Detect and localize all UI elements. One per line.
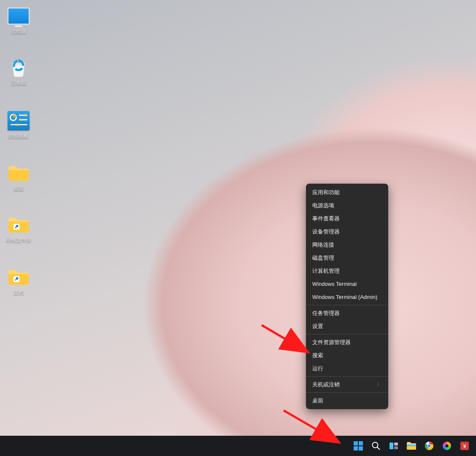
folder-icon bbox=[8, 266, 30, 288]
menu-separator bbox=[306, 376, 388, 377]
start-context-menu: 应用和功能 电源选项 事件查看器 设备管理器 网络连接 磁盘管理 计算机管理 W… bbox=[306, 184, 388, 409]
desktop-icon-label: 桌面 bbox=[1, 186, 36, 192]
desktop-icon-label: 回收站 bbox=[1, 80, 36, 86]
menu-item-label: 运行 bbox=[312, 362, 323, 375]
menu-item-terminal[interactable]: Windows Terminal bbox=[306, 277, 388, 290]
folder-icon bbox=[8, 214, 30, 236]
menu-separator bbox=[306, 334, 388, 334]
monitor-icon bbox=[8, 5, 30, 27]
recycle-bin-icon bbox=[8, 57, 30, 79]
menu-item-label: Windows Terminal bbox=[312, 277, 357, 290]
menu-item-label: 磁盘管理 bbox=[312, 251, 334, 264]
svg-point-22 bbox=[428, 445, 431, 448]
desktop-icon-this-pc[interactable]: 此电脑 bbox=[1, 5, 36, 35]
menu-item-shutdown[interactable]: 关机或注销 〉 bbox=[306, 378, 388, 391]
app-red-button[interactable]: ¥ bbox=[456, 437, 473, 455]
menu-item-apps-features[interactable]: 应用和功能 bbox=[306, 186, 388, 199]
browser-color-button[interactable] bbox=[438, 437, 456, 455]
folder-icon bbox=[8, 162, 30, 184]
task-view-icon bbox=[389, 441, 398, 451]
menu-item-network[interactable]: 网络连接 bbox=[306, 238, 388, 251]
svg-point-5 bbox=[20, 119, 22, 121]
menu-item-task-manager[interactable]: 任务管理器 bbox=[306, 307, 388, 320]
chrome-icon bbox=[425, 441, 434, 451]
menu-item-label: 文件资源管理器 bbox=[312, 336, 351, 349]
svg-rect-17 bbox=[394, 442, 398, 445]
menu-item-label: 任务管理器 bbox=[312, 307, 340, 320]
menu-item-computer-mgmt[interactable]: 计算机管理 bbox=[306, 264, 388, 277]
chevron-right-icon: 〉 bbox=[377, 378, 382, 391]
shortcut-arrow-icon bbox=[14, 224, 19, 230]
desktop-icon-label: 此电脑 bbox=[1, 29, 36, 35]
search-icon bbox=[371, 441, 381, 451]
menu-separator bbox=[306, 392, 388, 393]
menu-item-label: 设备管理器 bbox=[312, 225, 340, 238]
svg-text:¥: ¥ bbox=[462, 443, 466, 449]
menu-item-label: Windows Terminal (Admin) bbox=[312, 290, 377, 304]
desktop-icon-sample-folder[interactable]: 示例文件夹 bbox=[1, 214, 36, 243]
folder-icon bbox=[406, 441, 416, 451]
svg-rect-11 bbox=[359, 441, 363, 445]
svg-point-3 bbox=[24, 114, 26, 116]
svg-rect-13 bbox=[359, 446, 363, 451]
menu-item-power-options[interactable]: 电源选项 bbox=[306, 199, 388, 212]
menu-item-label: 搜索 bbox=[312, 349, 323, 362]
desktop-icon-recycle-bin[interactable]: 回收站 bbox=[1, 57, 36, 86]
desktop-background[interactable]: 此电脑 回收站 bbox=[0, 0, 476, 436]
desktop-icon-label: 示例文件夹 bbox=[1, 237, 36, 243]
taskbar: ¥ bbox=[0, 436, 476, 456]
menu-item-run[interactable]: 运行 bbox=[306, 362, 388, 375]
svg-rect-12 bbox=[354, 446, 358, 451]
menu-item-label: 关机或注销 bbox=[312, 378, 340, 391]
chrome-button[interactable] bbox=[420, 437, 438, 455]
svg-rect-19 bbox=[407, 445, 416, 446]
menu-separator bbox=[306, 305, 388, 305]
task-view-button[interactable] bbox=[385, 437, 403, 455]
menu-item-label: 设置 bbox=[312, 320, 323, 333]
svg-rect-16 bbox=[389, 442, 393, 449]
menu-item-desktop[interactable]: 桌面 bbox=[306, 394, 388, 407]
menu-item-event-viewer[interactable]: 事件查看器 bbox=[306, 212, 388, 225]
app-red-icon: ¥ bbox=[460, 441, 469, 451]
menu-item-label: 电源选项 bbox=[312, 199, 334, 212]
desktop-icon-label: 控制面板 bbox=[1, 133, 36, 139]
menu-item-label: 事件查看器 bbox=[312, 212, 340, 225]
desktop-icon-label: 文档 bbox=[1, 290, 36, 296]
desktop-icon-control-panel[interactable]: 控制面板 bbox=[1, 110, 36, 139]
menu-item-terminal-admin[interactable]: Windows Terminal (Admin) bbox=[306, 290, 388, 304]
menu-item-label: 计算机管理 bbox=[312, 264, 340, 277]
menu-item-disk-mgmt[interactable]: 磁盘管理 bbox=[306, 251, 388, 264]
menu-item-search[interactable]: 搜索 bbox=[306, 349, 388, 362]
color-circle-icon bbox=[442, 441, 452, 451]
desktop-icon-documents[interactable]: 文档 bbox=[1, 266, 36, 296]
shortcut-arrow-icon bbox=[14, 276, 19, 282]
control-panel-icon bbox=[8, 110, 30, 132]
svg-rect-10 bbox=[354, 441, 358, 445]
menu-item-file-explorer[interactable]: 文件资源管理器 bbox=[306, 336, 388, 349]
menu-item-label: 网络连接 bbox=[312, 238, 334, 251]
menu-item-settings[interactable]: 设置 bbox=[306, 320, 388, 333]
menu-item-label: 应用和功能 bbox=[312, 186, 340, 199]
svg-rect-18 bbox=[394, 446, 398, 449]
menu-item-device-manager[interactable]: 设备管理器 bbox=[306, 225, 388, 238]
search-button[interactable] bbox=[367, 437, 385, 455]
svg-point-24 bbox=[446, 445, 449, 448]
windows-logo-icon bbox=[354, 441, 363, 451]
desktop-icon-desktop-folder[interactable]: 桌面 bbox=[1, 162, 36, 192]
svg-point-14 bbox=[373, 442, 378, 448]
file-explorer-button[interactable] bbox=[403, 437, 420, 455]
start-button[interactable] bbox=[349, 437, 367, 455]
svg-line-15 bbox=[377, 447, 380, 450]
menu-item-label: 桌面 bbox=[312, 394, 323, 407]
svg-point-7 bbox=[16, 124, 19, 126]
